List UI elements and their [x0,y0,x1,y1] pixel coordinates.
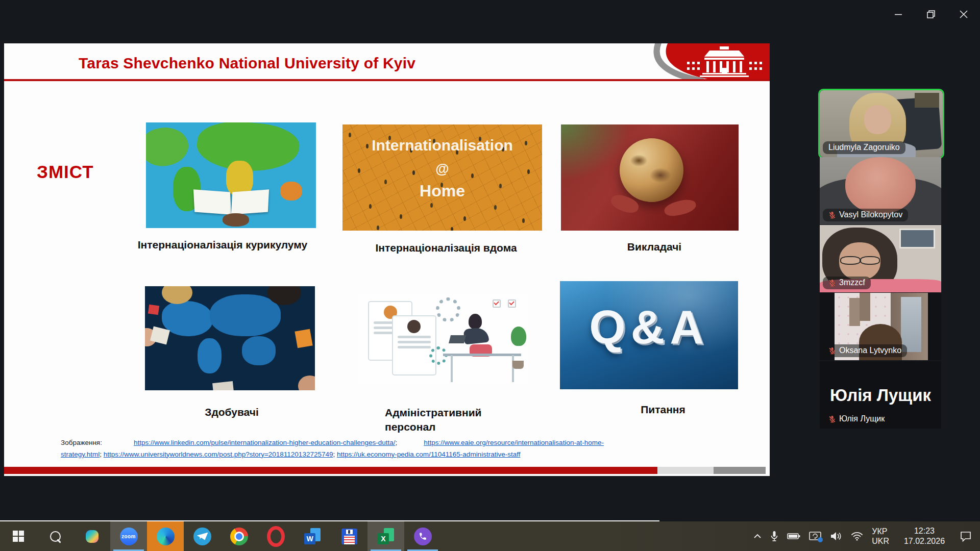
qa-overlay-text: Q&A [560,300,738,354]
caption-at-home: Інтернаціоналізація вдома [349,242,543,254]
taskbar-word-button[interactable]: W [294,521,331,551]
participant-tile-liudmyla-zagoruiko[interactable]: Liudmyla Zagoruiko [818,89,944,159]
zoom-app-icon: zoom [120,528,138,545]
taskbar-zoom-button[interactable]: zoom [110,521,147,551]
participant-name: 3mzzcf [839,278,865,287]
shared-presentation-slide: Taras Shevchenko National University of … [4,43,770,476]
participant-tile-oksana-lytvynko[interactable]: Oksana Lytvynko [820,293,941,360]
participant-tile-vasyl-bilokopytov[interactable]: Vasyl Bilokopytov [820,157,941,224]
restore-button[interactable] [915,1,947,28]
windows-start-icon [13,531,24,542]
system-tray: УКР UKR 12:23 17.02.2026 [753,521,980,551]
credit-link-eaie-continuation[interactable]: strategy.html [61,450,100,458]
participant-name-label: Юлія Лущик [823,413,890,425]
taskbar-opera-button[interactable] [257,521,294,551]
wifi-icon[interactable] [851,532,863,541]
credit-link-eaie[interactable]: https://www.eaie.org/resource/internatio… [424,439,604,446]
separator: ; [333,450,337,458]
hidden-icons-chevron[interactable] [753,534,762,539]
participant-name: Oksana Lytvynko [839,346,901,355]
taskbar-viber-button[interactable] [404,521,441,551]
excel-icon: X [378,528,394,544]
separator: ; [395,439,397,446]
muted-mic-icon [828,211,836,219]
overlay-text: @ [342,161,542,177]
caption-admin-staff: Адміністративний персонал [385,406,502,434]
participant-name-label: 3mzzcf [823,277,871,289]
header-divider [4,79,770,81]
participant-tile-3mzzcf[interactable]: 3mzzcf [820,225,941,292]
word-icon: W [304,528,321,544]
participant-name-label: Liudmyla Zagoruiko [823,141,905,154]
credit-link-economy-pedia[interactable]: https://uk.economy-pedia.com/11041165-ad… [337,450,520,458]
zoom-meeting-window: Taras Shevchenko National University of … [0,0,980,551]
credits-label: Зображення: [61,439,102,446]
edge-icon [157,528,175,545]
taskbar-floppy-app-button[interactable] [331,521,368,551]
qa-image: Q&A [560,281,738,389]
time: 12:23 [898,526,951,536]
participant-name: Юлія Лущик [839,414,885,423]
taskbar: zoom W X [0,521,980,551]
taskbar-excel-button[interactable]: X [368,521,404,551]
minimize-icon [894,10,903,19]
clock[interactable]: 12:23 17.02.2026 [898,526,951,546]
window-titlebar [882,0,980,29]
participant-name-label: Vasyl Bilokopytov [823,209,908,221]
caption-curriculum: Інтернаціоналізація курикулуму [126,239,320,251]
close-icon [959,10,968,19]
taskbar-apps: zoom W X [0,521,441,551]
caption-teachers: Викладачі [557,241,751,253]
viber-icon [414,528,432,545]
copilot-icon [86,530,99,543]
slide-title: Taras Shevchenko National University of … [79,55,415,72]
caption-questions: Питання [566,404,760,416]
chrome-icon [230,528,248,545]
credit-link-linkedin[interactable]: https://www.linkedin.com/pulse/internati… [134,439,396,446]
volume-icon[interactable] [830,531,842,541]
taskbar-telegram-button[interactable] [184,521,220,551]
close-button[interactable] [947,1,980,28]
separator: ; [100,450,104,458]
participant-tile-yuliia-lushchyk[interactable]: Юлія Лущик Юлія Лущик [820,361,941,429]
caption-students: Здобувачі [135,406,329,418]
curriculum-map-image [146,122,316,228]
language-line1: УКР [872,527,889,536]
participant-display-name: Юлія Лущик [820,386,941,405]
taskbar-chrome-button[interactable] [220,521,257,551]
restore-icon [926,10,936,19]
microphone-tray-icon[interactable] [770,531,778,542]
university-building-logo-icon [631,43,770,81]
floppy-disk-icon [341,529,357,544]
slide-bottom-red-bar [4,467,657,474]
language-indicator[interactable]: УКР UKR [872,527,889,546]
muted-mic-icon [828,279,836,287]
taskbar-edge-button[interactable] [147,521,184,551]
scrollbar-thumb[interactable] [714,467,766,474]
telegram-icon [193,528,211,545]
battery-icon[interactable] [787,533,800,540]
minimize-button[interactable] [882,1,915,28]
date: 17.02.2026 [898,536,951,546]
overlay-text: Home [342,182,542,201]
teachers-globe-image [561,124,739,231]
action-center-icon[interactable] [960,531,972,542]
muted-mic-icon [828,347,836,355]
credit-link-universityworldnews[interactable]: https://www.universityworldnews.com/post… [104,450,333,458]
admin-staff-illustration [358,294,528,384]
toc-heading: ЗМІСТ [37,162,94,182]
image-credits: Зображення:https://www.linkedin.com/puls… [61,437,740,460]
start-button[interactable] [0,521,37,551]
scrollbar-track [657,467,714,474]
overlay-text: Internationalisation [342,137,542,154]
cast-display-icon[interactable] [809,532,821,541]
participant-name: Vasyl Bilokopytov [839,210,902,219]
taskbar-copilot-button[interactable] [74,521,110,551]
search-icon [50,531,61,542]
opera-icon [267,526,285,547]
students-map-image [145,286,315,390]
internationalisation-at-home-image: Internationalisation @ Home [342,124,542,231]
participant-name: Liudmyla Zagoruiko [828,143,900,152]
cast-notification-dot [818,537,823,542]
taskbar-search-button[interactable] [37,521,74,551]
